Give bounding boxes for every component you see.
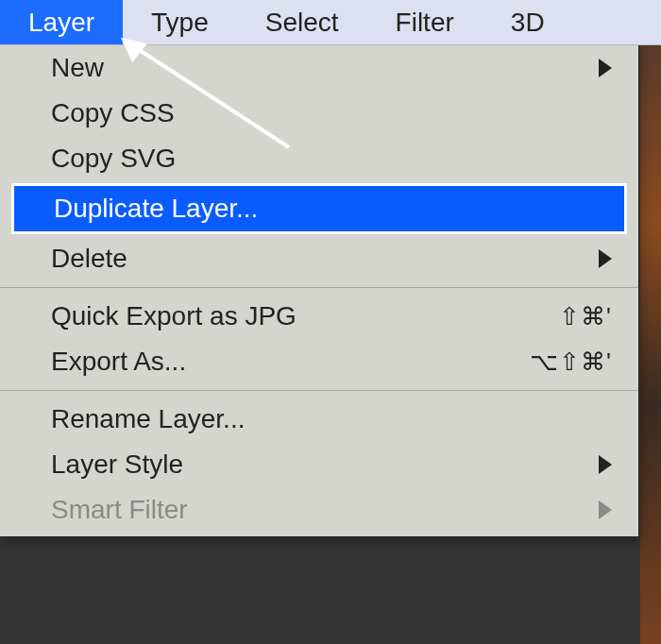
canvas-sliver <box>640 45 661 644</box>
submenu-arrow-icon <box>599 59 612 77</box>
menubar: Layer Type Select Filter 3D <box>0 0 661 45</box>
menu-shortcut: ⌥⇧⌘' <box>530 347 612 377</box>
layer-dropdown-menu: New Copy CSS Copy SVG Duplicate Layer...… <box>0 45 638 536</box>
menu-item-label: Smart Filter <box>51 495 188 525</box>
menu-item-copy-css[interactable]: Copy CSS <box>0 91 638 136</box>
menu-item-duplicate-layer[interactable]: Duplicate Layer... <box>11 183 627 234</box>
menu-item-export-as[interactable]: Export As... ⌥⇧⌘' <box>0 339 638 384</box>
menu-item-label: Copy CSS <box>51 98 175 128</box>
menu-item-new[interactable]: New <box>0 45 638 91</box>
submenu-arrow-icon <box>599 500 612 519</box>
menubar-item-type[interactable]: Type <box>123 0 237 44</box>
menu-item-label: Duplicate Layer... <box>54 194 258 224</box>
menu-separator <box>0 287 638 288</box>
menu-item-label: Export As... <box>51 347 186 377</box>
menu-item-label: New <box>51 53 104 83</box>
menu-item-label: Rename Layer... <box>51 404 245 434</box>
menu-item-smart-filter: Smart Filter <box>0 487 638 533</box>
menubar-item-3d[interactable]: 3D <box>483 0 573 44</box>
menubar-item-filter[interactable]: Filter <box>367 0 483 44</box>
menu-item-delete[interactable]: Delete <box>0 236 638 281</box>
menubar-item-select[interactable]: Select <box>237 0 367 44</box>
menu-separator <box>0 390 638 391</box>
menu-shortcut: ⇧⌘' <box>559 302 612 331</box>
menu-item-label: Delete <box>51 244 127 274</box>
menu-item-label: Layer Style <box>51 449 183 480</box>
submenu-arrow-icon <box>599 455 612 474</box>
menu-item-label: Copy SVG <box>51 144 176 174</box>
menu-item-layer-style[interactable]: Layer Style <box>0 442 638 487</box>
menu-item-copy-svg[interactable]: Copy SVG <box>0 136 638 181</box>
menu-item-rename-layer[interactable]: Rename Layer... <box>0 397 638 442</box>
menu-item-quick-export[interactable]: Quick Export as JPG ⇧⌘' <box>0 294 638 339</box>
menubar-item-layer[interactable]: Layer <box>0 0 123 44</box>
menu-item-label: Quick Export as JPG <box>51 301 297 331</box>
submenu-arrow-icon <box>599 249 612 268</box>
